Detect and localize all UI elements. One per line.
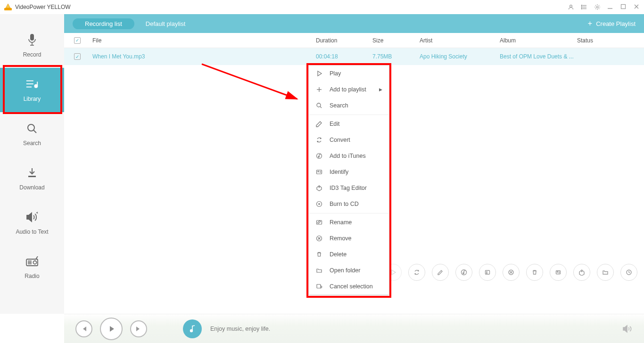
remove-icon [315, 235, 323, 242]
app-icon [4, 3, 12, 11]
menu-cancel-selection[interactable]: Cancel selection [309, 278, 389, 294]
sidebar-item-download[interactable]: Download [0, 156, 64, 201]
tool-delete-button[interactable] [526, 264, 543, 281]
svg-point-21 [28, 124, 34, 131]
itunes-icon [315, 152, 323, 160]
identify-icon [315, 168, 323, 176]
close-icon[interactable] [634, 4, 640, 10]
svg-point-7 [581, 8, 582, 9]
sidebar-item-label: Download [19, 184, 44, 191]
svg-point-8 [596, 6, 598, 8]
sidebar-item-audiototext[interactable]: Audio to Text [0, 201, 64, 245]
create-playlist-button[interactable]: + Create Playlist [588, 19, 636, 28]
col-size[interactable]: Size [372, 37, 420, 44]
svg-point-47 [318, 171, 319, 172]
maximize-icon[interactable] [620, 4, 627, 10]
sidebar-item-library[interactable]: Library [0, 68, 64, 112]
folder-icon [315, 267, 323, 274]
tool-tag-button[interactable] [573, 264, 590, 281]
svg-point-42 [317, 103, 321, 107]
sidebar-item-label: Record [23, 51, 41, 58]
sidebar-item-label: Library [24, 96, 41, 102]
menu-burn[interactable]: Burn to CD [309, 196, 389, 212]
sidebar-item-label: Audio to Text [16, 229, 48, 235]
sidebar-item-record[interactable]: Record [0, 24, 64, 68]
title-bar: VideoPower YELLOW [0, 0, 644, 14]
play-icon [315, 70, 323, 77]
radio-icon [25, 255, 39, 268]
svg-point-5 [581, 5, 582, 6]
cell-file: When I Met You.mp3 [91, 53, 316, 60]
tool-itunes-button[interactable] [455, 264, 472, 281]
volume-button[interactable] [622, 325, 633, 333]
col-duration[interactable]: Duration [316, 37, 372, 44]
menu-add-itunes[interactable]: Add to iTunes [309, 148, 389, 164]
svg-point-51 [317, 202, 322, 207]
tab-default-playlist[interactable]: Default playlist [146, 20, 186, 27]
menu-identify[interactable]: Identify [309, 164, 389, 180]
list-icon[interactable] [581, 4, 587, 10]
tab-recording-list[interactable]: Recording list [73, 18, 134, 29]
download-icon [25, 166, 39, 180]
create-playlist-label: Create Playlist [596, 20, 636, 27]
play-button[interactable] [100, 318, 123, 340]
next-button[interactable] [130, 320, 147, 337]
svg-rect-0 [4, 8, 12, 10]
cell-artist: Apo Hiking Society [420, 53, 500, 60]
sidebar-item-search[interactable]: Search [0, 112, 64, 156]
menu-id3[interactable]: ID3 Tag Editor [309, 180, 389, 196]
svg-point-38 [581, 271, 582, 272]
tool-remove-button[interactable] [503, 264, 520, 281]
cancel-icon [315, 283, 323, 290]
svg-rect-36 [556, 271, 561, 274]
table-row[interactable]: ✓ When I Met You.mp3 00:04:18 7.75MB Apo… [64, 48, 644, 65]
player-bar: Enjoy music, enjoy life. [64, 314, 644, 343]
menu-edit[interactable]: Edit [309, 116, 389, 132]
tool-id3-button[interactable] [479, 264, 496, 281]
sidebar-item-radio[interactable]: Radio [0, 245, 64, 289]
col-artist[interactable]: Artist [420, 37, 500, 44]
speaker-icon [25, 211, 39, 224]
cd-icon [315, 200, 323, 208]
menu-play[interactable]: Play [309, 65, 389, 82]
pencil-icon [315, 120, 323, 128]
tool-history-button[interactable] [620, 264, 637, 281]
svg-rect-13 [30, 34, 34, 41]
trash-icon [315, 251, 323, 258]
menu-rename[interactable]: Rename [309, 214, 389, 230]
tool-folder-button[interactable] [597, 264, 614, 281]
menu-add-playlist[interactable]: Add to playlist▶ [309, 82, 389, 98]
microphone-icon [25, 33, 39, 47]
window-controls [568, 4, 640, 10]
rename-icon [315, 219, 323, 226]
app-title: VideoPower YELLOW [15, 4, 71, 10]
gear-icon[interactable] [594, 4, 601, 10]
row-checkbox[interactable]: ✓ [74, 53, 81, 60]
col-file[interactable]: File [91, 37, 316, 44]
album-art-icon [183, 319, 202, 338]
tool-identify-button[interactable] [550, 264, 567, 281]
convert-icon [315, 136, 323, 144]
menu-convert[interactable]: Convert [309, 132, 389, 148]
menu-open-folder[interactable]: Open folder [309, 262, 389, 278]
menu-delete[interactable]: Delete [309, 246, 389, 262]
cell-size: 7.75MB [372, 53, 420, 60]
col-album[interactable]: Album [500, 37, 577, 44]
svg-point-52 [319, 204, 320, 205]
sidebar-item-label: Search [23, 140, 41, 147]
search-icon [25, 122, 39, 135]
cell-album: Best of OPM Love Duets & ... [500, 53, 577, 60]
table-header: ✓ File Duration Size Artist Album Status [64, 33, 644, 48]
account-icon[interactable] [568, 4, 574, 10]
action-toolbar [385, 264, 637, 281]
col-status[interactable]: Status [577, 37, 644, 44]
select-all-checkbox[interactable]: ✓ [74, 37, 81, 44]
submenu-arrow-icon: ▶ [379, 87, 382, 92]
prev-button[interactable] [75, 320, 92, 337]
menu-search[interactable]: Search [309, 98, 389, 114]
svg-rect-46 [317, 170, 322, 174]
tool-edit-button[interactable] [432, 264, 449, 281]
menu-remove[interactable]: Remove [309, 230, 389, 246]
tool-convert-button[interactable] [408, 264, 425, 281]
minimize-icon[interactable] [607, 4, 614, 10]
